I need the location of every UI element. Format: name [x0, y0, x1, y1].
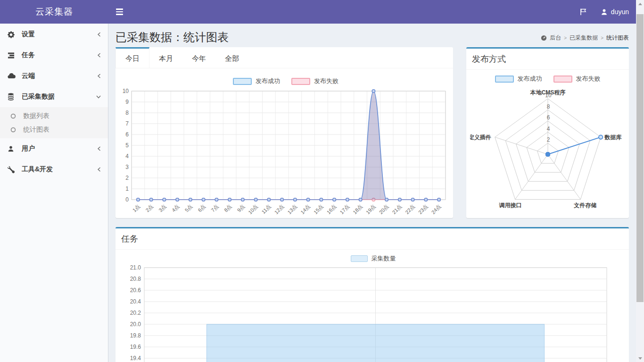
flag-icon[interactable] — [579, 8, 587, 16]
page-scrollbar[interactable] — [636, 0, 644, 362]
legend-label: 发布成功 — [256, 77, 280, 85]
svg-text:13点: 13点 — [286, 203, 298, 215]
user-menu[interactable]: duyun — [601, 8, 629, 16]
cloud-icon — [8, 73, 18, 79]
sidebar-item-tasks[interactable]: 任务 — [0, 45, 108, 66]
sidebar-item-settings[interactable]: 设置 — [0, 24, 108, 45]
tab-today[interactable]: 今日 — [116, 47, 149, 68]
sidebar-item-tools-dev[interactable]: 工具&开发 — [0, 159, 108, 180]
svg-text:20.8: 20.8 — [130, 276, 141, 282]
svg-text:1: 1 — [125, 185, 129, 192]
hourly-publish-chart: 0123456789101点2点3点4点5点6点7点8点9点10点11点12点1… — [118, 85, 449, 219]
sidebar-item-label: 云端 — [22, 72, 35, 80]
sidebar-toggle-button[interactable] — [108, 0, 130, 24]
tasks-icon — [8, 52, 18, 59]
brand-logo[interactable]: 云采集器 — [0, 0, 108, 24]
svg-text:11点: 11点 — [260, 203, 272, 215]
tab-this-year[interactable]: 今年 — [182, 47, 215, 68]
gear-icon — [8, 31, 18, 38]
scrollbar-down-arrow[interactable] — [636, 354, 644, 362]
svg-text:23点: 23点 — [417, 203, 429, 215]
sidebar-item-label: 设置 — [22, 30, 35, 39]
svg-text:17点: 17点 — [339, 203, 350, 215]
hourly-chart-legend: 发布成功发布失败 — [118, 77, 453, 85]
chevron-down-icon — [96, 94, 101, 99]
tab-bar: 今日 本月 今年 全部 — [116, 47, 453, 68]
hamburger-icon — [116, 8, 123, 10]
legend-label: 发布成功 — [518, 75, 542, 83]
svg-text:20点: 20点 — [378, 203, 390, 215]
sidebar: 设置 任务 云端 已采集数据 — [0, 24, 108, 362]
svg-text:1点: 1点 — [132, 203, 141, 213]
svg-text:8: 8 — [546, 103, 550, 110]
legend-item: 采集数量 — [351, 254, 396, 263]
chevron-left-icon — [97, 73, 101, 79]
legend-item: 发布失败 — [553, 75, 601, 83]
svg-text:15点: 15点 — [313, 203, 324, 215]
top-navbar: 云采集器 duyun — [0, 0, 636, 24]
svg-text:8: 8 — [125, 109, 129, 116]
legend-swatch — [291, 78, 310, 85]
svg-text:4点: 4点 — [171, 203, 181, 213]
scrollbar-thumb[interactable] — [636, 14, 644, 302]
breadcrumb-current: 统计图表 — [606, 34, 629, 42]
tasks-chart-container: 采集数量 21.020.820.620.420.220.019.819.619.… — [116, 250, 629, 362]
svg-text:20.4: 20.4 — [130, 298, 141, 305]
svg-text:7点: 7点 — [210, 203, 220, 213]
circle-outline-icon — [10, 127, 20, 133]
tab-this-month[interactable]: 本月 — [149, 47, 182, 68]
tab-all[interactable]: 全部 — [215, 47, 248, 68]
app-window: 云采集器 duyun 设置 — [0, 0, 644, 362]
content-area: 已采集数据：统计图表 后台 > 已采集数据 > 统计图表 今日 本月 今年 全部 — [108, 24, 636, 362]
sidebar-item-stats-chart[interactable]: 统计图表 — [0, 123, 108, 136]
svg-text:9点: 9点 — [236, 203, 246, 213]
svg-text:0: 0 — [125, 196, 129, 203]
legend-swatch — [553, 76, 572, 83]
tasks-header: 任务 — [116, 228, 629, 250]
sidebar-item-collected-data[interactable]: 已采集数据 — [0, 86, 108, 107]
sidebar-item-label: 已采集数据 — [22, 93, 55, 101]
sidebar-item-cloud[interactable]: 云端 — [0, 66, 108, 86]
svg-text:文件存储: 文件存储 — [573, 202, 596, 209]
sidebar-item-users[interactable]: 用户 — [0, 138, 108, 159]
radar-chart-legend: 发布成功发布失败 — [469, 75, 626, 83]
svg-text:数据库: 数据库 — [604, 134, 622, 141]
panel-title: 发布方式 — [472, 53, 623, 65]
svg-text:4: 4 — [125, 153, 129, 160]
svg-text:2: 2 — [546, 136, 550, 143]
chevron-left-icon — [97, 146, 101, 152]
svg-text:14点: 14点 — [299, 203, 311, 215]
svg-text:10: 10 — [123, 88, 129, 94]
svg-text:21.0: 21.0 — [130, 264, 141, 271]
svg-text:2点: 2点 — [144, 203, 154, 213]
circle-outline-icon — [10, 113, 20, 119]
breadcrumb-collected-data[interactable]: 已采集数据 — [570, 34, 598, 42]
breadcrumb-separator: > — [601, 35, 603, 41]
tasks-panel: 任务 采集数量 21.020.820.620.420.220.019.819.6… — [116, 227, 629, 362]
svg-text:22点: 22点 — [404, 203, 416, 215]
breadcrumb-home[interactable]: 后台 — [550, 34, 561, 42]
svg-text:调用接口: 调用接口 — [498, 202, 521, 209]
database-icon — [8, 93, 18, 101]
chevron-left-icon — [97, 32, 101, 37]
svg-text:20.2: 20.2 — [130, 310, 141, 316]
svg-text:5点: 5点 — [184, 203, 194, 213]
svg-text:6: 6 — [546, 114, 550, 121]
svg-text:3点: 3点 — [157, 203, 167, 213]
legend-label: 发布失败 — [576, 75, 601, 83]
svg-text:20.6: 20.6 — [130, 287, 141, 294]
legend-label: 采集数量 — [372, 254, 396, 263]
legend-swatch — [495, 76, 514, 83]
sidebar-item-data-list[interactable]: 数据列表 — [0, 109, 108, 123]
sidebar-item-label: 任务 — [22, 51, 35, 59]
svg-text:6: 6 — [125, 131, 129, 138]
publish-method-radar-chart: 246810本地CMS程序数据库文件存储调用接口自定义插件 — [470, 83, 626, 216]
scrollbar-up-arrow[interactable] — [636, 0, 644, 8]
svg-text:19点: 19点 — [365, 203, 377, 215]
svg-text:8点: 8点 — [223, 203, 233, 213]
svg-text:19.6: 19.6 — [130, 344, 141, 350]
svg-text:4: 4 — [546, 126, 550, 132]
collected-data-submenu: 数据列表 统计图表 — [0, 107, 108, 138]
sidebar-item-label: 工具&开发 — [22, 165, 53, 174]
svg-text:19.4: 19.4 — [130, 355, 141, 362]
